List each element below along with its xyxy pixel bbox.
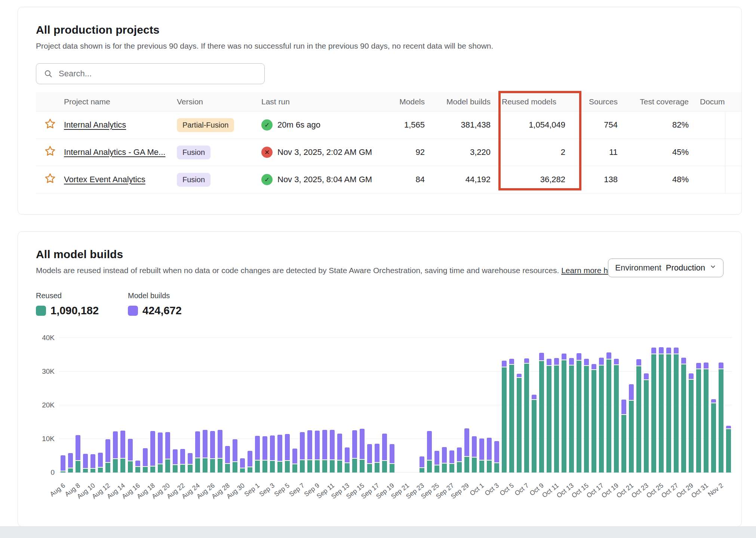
bar-builds-sep-13[interactable] xyxy=(345,447,350,462)
bar-reused-sep-11[interactable] xyxy=(330,460,335,473)
search-input[interactable] xyxy=(58,68,257,79)
bar-reused-sep-27[interactable] xyxy=(449,464,454,473)
bar-reused-aug-8[interactable] xyxy=(76,461,80,473)
bar-builds-oct-12[interactable] xyxy=(562,354,566,360)
bar-reused-oct-13[interactable] xyxy=(569,366,574,473)
bar-reused-oct-15[interactable] xyxy=(584,366,589,473)
bar-reused-aug-26[interactable] xyxy=(210,459,215,473)
bar-builds-oct-15[interactable] xyxy=(584,359,589,365)
bar-reused-sep-19[interactable] xyxy=(390,464,394,473)
favorite-star-icon[interactable] xyxy=(44,117,56,130)
bar-builds-oct-6[interactable] xyxy=(517,374,522,377)
bar-builds-aug-30[interactable] xyxy=(240,458,245,468)
bar-builds-sep-28[interactable] xyxy=(457,447,462,461)
bar-reused-oct-14[interactable] xyxy=(577,361,581,473)
bar-reused-sep-6[interactable] xyxy=(292,464,297,473)
bar-reused-oct-30[interactable] xyxy=(696,369,701,473)
bar-reused-oct-6[interactable] xyxy=(517,378,522,473)
bar-reused-oct-4[interactable] xyxy=(502,367,507,473)
bar-reused-aug-20[interactable] xyxy=(165,459,170,473)
bar-reused-oct-26[interactable] xyxy=(666,354,671,473)
bar-builds-oct-17[interactable] xyxy=(599,358,604,365)
bar-reused-aug-22[interactable] xyxy=(180,465,185,473)
bar-reused-sep-24[interactable] xyxy=(427,461,432,473)
favorite-star-icon[interactable] xyxy=(44,172,56,185)
bar-builds-sep-8[interactable] xyxy=(307,430,312,459)
bar-builds-oct-26[interactable] xyxy=(666,348,671,354)
bar-reused-oct-29[interactable] xyxy=(689,380,694,473)
bar-reused-sep-25[interactable] xyxy=(434,465,439,473)
bar-builds-oct-3[interactable] xyxy=(494,441,499,462)
bar-builds-sep-27[interactable] xyxy=(449,450,454,463)
bar-reused-sep-18[interactable] xyxy=(382,461,387,473)
bar-reused-aug-17[interactable] xyxy=(143,467,148,473)
bar-builds-oct-19[interactable] xyxy=(614,359,619,364)
bar-reused-oct-17[interactable] xyxy=(599,366,604,473)
bar-builds-aug-8[interactable] xyxy=(76,435,80,460)
bar-reused-oct-9[interactable] xyxy=(539,361,544,473)
bar-reused-aug-31[interactable] xyxy=(248,467,252,473)
bar-reused-oct-8[interactable] xyxy=(532,400,537,473)
bar-reused-sep-30[interactable] xyxy=(472,458,477,473)
bar-reused-oct-22[interactable] xyxy=(636,366,641,473)
bar-reused-oct-23[interactable] xyxy=(644,380,649,473)
bar-reused-oct-12[interactable] xyxy=(562,360,566,473)
bar-reused-sep-9[interactable] xyxy=(315,460,320,473)
bar-reused-aug-24[interactable] xyxy=(195,458,200,473)
bar-builds-aug-31[interactable] xyxy=(248,451,252,467)
bar-reused-sep-28[interactable] xyxy=(457,462,462,473)
bar-builds-aug-19[interactable] xyxy=(158,432,163,464)
bar-builds-aug-21[interactable] xyxy=(173,449,178,464)
bar-builds-sep-16[interactable] xyxy=(367,444,372,463)
bar-builds-nov-3[interactable] xyxy=(726,426,731,428)
bar-reused-sep-12[interactable] xyxy=(337,461,342,473)
bar-builds-aug-24[interactable] xyxy=(195,431,200,458)
bar-builds-oct-13[interactable] xyxy=(569,358,574,365)
bar-reused-sep-29[interactable] xyxy=(464,457,469,473)
bar-builds-oct-30[interactable] xyxy=(696,363,701,369)
bar-builds-oct-22[interactable] xyxy=(636,359,641,366)
bar-builds-oct-31[interactable] xyxy=(704,363,709,369)
bar-reused-sep-4[interactable] xyxy=(277,462,282,473)
bar-builds-sep-24[interactable] xyxy=(427,431,432,460)
search-box[interactable] xyxy=(36,63,265,84)
bar-reused-oct-25[interactable] xyxy=(659,354,664,473)
project-link[interactable]: Internal Analytics - GA Me... xyxy=(64,147,165,157)
bar-reused-oct-10[interactable] xyxy=(547,366,551,473)
bar-builds-aug-14[interactable] xyxy=(120,431,125,458)
bar-builds-aug-10[interactable] xyxy=(90,454,95,468)
bar-builds-oct-7[interactable] xyxy=(524,358,529,363)
bar-reused-oct-11[interactable] xyxy=(554,366,559,473)
bar-builds-sep-11[interactable] xyxy=(330,430,335,459)
bar-builds-sep-15[interactable] xyxy=(360,429,365,459)
bar-builds-aug-22[interactable] xyxy=(180,449,185,464)
bar-reused-oct-5[interactable] xyxy=(509,365,514,473)
bar-reused-sep-5[interactable] xyxy=(285,461,290,473)
bar-reused-aug-19[interactable] xyxy=(158,464,163,473)
bar-reused-aug-30[interactable] xyxy=(240,468,245,473)
bar-builds-oct-20[interactable] xyxy=(621,400,626,414)
bar-reused-sep-8[interactable] xyxy=(307,460,312,473)
bar-builds-sep-12[interactable] xyxy=(337,434,342,460)
bar-builds-sep-25[interactable] xyxy=(434,451,439,465)
bar-builds-aug-26[interactable] xyxy=(210,431,215,458)
bar-reused-aug-23[interactable] xyxy=(188,465,193,473)
project-link[interactable]: Vortex Event Analytics xyxy=(64,175,145,184)
bar-reused-aug-11[interactable] xyxy=(98,468,103,473)
bar-builds-oct-18[interactable] xyxy=(606,352,611,359)
bar-builds-nov-1[interactable] xyxy=(711,399,716,403)
bar-builds-oct-23[interactable] xyxy=(644,373,649,379)
bar-reused-aug-13[interactable] xyxy=(113,459,118,473)
bar-builds-aug-13[interactable] xyxy=(113,431,118,458)
bar-builds-sep-14[interactable] xyxy=(352,430,357,458)
bar-builds-oct-9[interactable] xyxy=(539,353,544,360)
bar-reused-sep-1[interactable] xyxy=(255,461,260,473)
bar-builds-aug-18[interactable] xyxy=(150,431,155,466)
bar-reused-sep-16[interactable] xyxy=(367,464,372,473)
bar-builds-oct-10[interactable] xyxy=(547,359,551,365)
bar-reused-oct-31[interactable] xyxy=(704,369,709,473)
bar-reused-oct-28[interactable] xyxy=(681,364,686,473)
bar-builds-sep-17[interactable] xyxy=(375,444,379,462)
bar-builds-aug-28[interactable] xyxy=(225,446,230,463)
bar-reused-nov-1[interactable] xyxy=(711,403,716,473)
